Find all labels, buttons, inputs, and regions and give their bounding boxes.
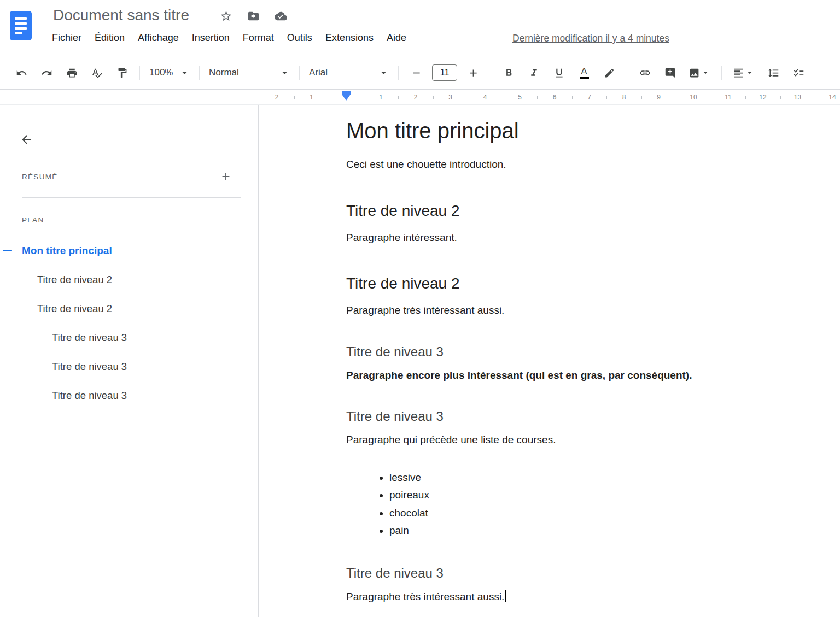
doc-paragraph[interactable]: Paragraphe qui précède une liste de cour…	[346, 432, 806, 448]
insert-image-icon	[689, 67, 700, 79]
doc-paragraph[interactable]: Paragraphe intéressant.	[346, 230, 806, 246]
ruler-tick	[745, 96, 746, 99]
insert-link-icon	[639, 67, 651, 79]
doc-bullet-item[interactable]: chocolat	[389, 504, 806, 522]
menu-extensions[interactable]: Extensions	[325, 32, 374, 44]
document-status-button[interactable]	[273, 9, 288, 23]
doc-paragraph[interactable]: Ceci est une chouette introduction.	[346, 157, 806, 173]
move-to-folder-button[interactable]	[246, 9, 260, 23]
align-button[interactable]	[727, 62, 761, 83]
ruler-number: 14	[829, 93, 836, 101]
ruler-tick	[294, 96, 295, 99]
outline-item-label: Titre de niveau 3	[52, 332, 127, 344]
main-area: RÉSUMÉ PLAN Mon titre principalTitre de …	[0, 105, 840, 617]
left-indent-marker[interactable]	[342, 95, 350, 101]
ruler-number: 2	[275, 93, 279, 101]
document-title[interactable]: Document sans titre	[53, 7, 189, 24]
cloud-saved-icon	[275, 10, 287, 22]
google-docs-app: Document sans titre FichierÉditionAffich…	[0, 0, 840, 617]
paint-format-icon	[116, 67, 128, 79]
close-outline-button[interactable]	[19, 132, 34, 147]
logo-line	[15, 22, 27, 25]
ruler-number: 13	[794, 93, 801, 101]
ruler-number: 8	[622, 93, 626, 101]
bold-button[interactable]	[496, 62, 521, 83]
ruler-number: 3	[448, 93, 452, 101]
plan-label: PLAN	[22, 216, 44, 224]
menu-fichier[interactable]: Fichier	[52, 32, 81, 44]
italic-button[interactable]	[521, 62, 546, 83]
doc-paragraph[interactable]: Paragraphe encore plus intéressant (qui …	[346, 368, 806, 384]
add-summary-button[interactable]	[219, 169, 233, 184]
font-size-increase-button[interactable]	[460, 62, 486, 83]
outline-item-6[interactable]: Titre de niveau 3	[0, 381, 258, 410]
last-modified-link[interactable]: Dernière modification il y a 4 minutes	[512, 33, 669, 44]
doc-bullet-list: lessivepoireauxchocolatpain	[346, 469, 806, 540]
star-icon	[220, 10, 232, 22]
insert-link-button[interactable]	[632, 62, 657, 83]
doc-bullet-item[interactable]: poireaux	[389, 486, 806, 504]
doc-heading-1[interactable]: Mon titre principal	[346, 117, 806, 144]
highlight-button[interactable]	[597, 62, 622, 83]
checklist-button[interactable]	[786, 62, 811, 83]
google-docs-logo[interactable]	[10, 11, 32, 40]
highlight-icon	[604, 67, 615, 79]
ruler-tick	[503, 96, 503, 99]
print-button[interactable]	[59, 62, 84, 83]
outline-item-3[interactable]: Titre de niveau 2	[0, 294, 258, 323]
insert-image-button[interactable]	[682, 62, 716, 83]
doc-heading-3[interactable]: Titre de niveau 3	[346, 408, 806, 425]
logo-line	[15, 27, 27, 30]
spellcheck-icon	[91, 67, 103, 79]
toolbar-separator	[139, 66, 140, 80]
menu-outils[interactable]: Outils	[287, 32, 312, 44]
menu-format[interactable]: Format	[243, 32, 274, 44]
insert-comment-button[interactable]	[657, 62, 682, 83]
paint-format-button[interactable]	[109, 62, 135, 83]
underline-icon	[553, 67, 565, 79]
document-canvas[interactable]: Mon titre principalCeci est une chouette…	[259, 105, 840, 617]
menu-affichage[interactable]: Affichage	[138, 32, 179, 44]
outline-item-label: Titre de niveau 3	[52, 390, 127, 402]
print-icon	[66, 67, 78, 79]
text-cursor	[505, 590, 506, 602]
spellcheck-button[interactable]	[84, 62, 109, 83]
outline-item-4[interactable]: Titre de niveau 3	[0, 323, 258, 352]
outline-item-5[interactable]: Titre de niveau 3	[0, 352, 258, 381]
ruler-tick	[329, 96, 329, 99]
caret-down-icon	[745, 68, 755, 78]
font-size-input[interactable]: 11	[432, 64, 457, 81]
outline-item-1[interactable]: Mon titre principal	[0, 236, 258, 265]
doc-bullet-item[interactable]: lessive	[389, 469, 806, 487]
doc-paragraph[interactable]: Paragraphe très intéressant aussi.	[346, 303, 806, 319]
paragraph-style-select[interactable]: Normal	[205, 63, 294, 83]
outline-list: Mon titre principalTitre de niveau 2Titr…	[0, 236, 258, 410]
font-select[interactable]: Arial	[305, 63, 393, 83]
menu-insertion[interactable]: Insertion	[192, 32, 230, 44]
star-button[interactable]	[219, 9, 233, 23]
text-color-button[interactable]: A	[571, 62, 597, 83]
underline-button[interactable]	[546, 62, 571, 83]
menu-aide[interactable]: Aide	[387, 32, 406, 44]
font-size-decrease-button[interactable]	[404, 62, 429, 83]
undo-button[interactable]	[9, 62, 34, 83]
doc-heading-2[interactable]: Titre de niveau 2	[346, 274, 806, 293]
menu-edition[interactable]: Édition	[95, 32, 125, 44]
doc-heading-3[interactable]: Titre de niveau 3	[346, 344, 806, 360]
redo-icon	[41, 67, 52, 79]
ruler-tick	[780, 96, 781, 99]
redo-button[interactable]	[34, 62, 59, 83]
line-spacing-button[interactable]	[761, 62, 786, 83]
ruler-number: 10	[690, 93, 697, 101]
doc-heading-3[interactable]: Titre de niveau 3	[346, 565, 806, 581]
zoom-select[interactable]: 100%	[145, 63, 194, 83]
doc-bullet-item[interactable]: pain	[389, 522, 806, 540]
ruler[interactable]: 211234567891011121314	[0, 90, 840, 105]
first-line-indent-marker[interactable]	[342, 91, 351, 95]
doc-paragraph[interactable]: Paragraphe très intéressant aussi.	[346, 589, 806, 605]
ruler-tick	[606, 96, 607, 99]
doc-heading-2[interactable]: Titre de niveau 2	[346, 201, 806, 220]
ruler-number: 7	[587, 93, 591, 101]
outline-item-2[interactable]: Titre de niveau 2	[0, 265, 258, 294]
italic-icon	[528, 67, 540, 79]
